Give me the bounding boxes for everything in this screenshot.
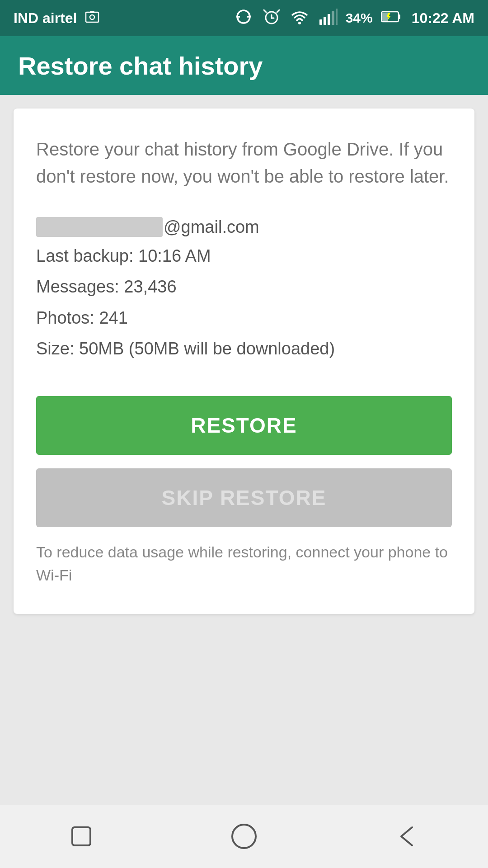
svg-point-16 [232,825,256,848]
recent-apps-button[interactable] [63,818,99,854]
status-bar: IND airtel [0,0,488,36]
toolbar: Restore chat history [0,36,488,95]
time-label: 10:22 AM [412,10,474,27]
skip-restore-button[interactable]: SKIP RESTORE [36,468,452,527]
svg-rect-10 [332,11,334,25]
photos-count: Photos: 241 [36,302,452,333]
carrier-label: IND airtel [14,10,77,27]
email-row: @gmail.com [36,217,452,237]
svg-point-1 [90,15,94,19]
svg-rect-9 [328,14,330,25]
restore-card: Restore your chat history from Google Dr… [14,108,474,614]
size-info: Size: 50MB (50MB will be downloaded) [36,333,452,364]
back-button[interactable] [389,818,425,854]
backup-info: @gmail.com Last backup: 10:16 AM Message… [36,217,452,364]
backup-details: Last backup: 10:16 AM Messages: 23,436 P… [36,241,452,364]
email-blurred-part [36,217,163,237]
email-domain: @gmail.com [164,217,259,237]
svg-rect-15 [72,827,90,845]
signal-icon [318,7,338,30]
messages-count: Messages: 23,436 [36,271,452,302]
main-content: Restore your chat history from Google Dr… [0,95,488,627]
battery-percentage: 34% [346,10,373,26]
status-left: IND airtel [14,9,100,28]
sync-icon [234,7,253,30]
description-text: Restore your chat history from Google Dr… [36,136,452,190]
restore-button[interactable]: RESTORE [36,396,452,455]
svg-rect-8 [324,17,326,25]
svg-rect-7 [319,19,322,25]
page-title: Restore chat history [18,51,263,80]
screenshot-icon [84,9,100,28]
status-right: 34% 10:22 AM [234,7,474,30]
svg-rect-11 [336,9,338,25]
svg-point-6 [298,22,301,24]
svg-rect-13 [399,14,400,19]
battery-icon [381,10,401,27]
wifi-note: To reduce data usage while restoring, co… [36,541,452,587]
wifi-icon [290,7,310,30]
svg-rect-0 [86,12,99,22]
svg-rect-2 [90,11,94,13]
nav-bar [0,805,488,868]
last-backup: Last backup: 10:16 AM [36,241,452,271]
alarm-icon [262,7,282,30]
home-button[interactable] [226,818,262,854]
